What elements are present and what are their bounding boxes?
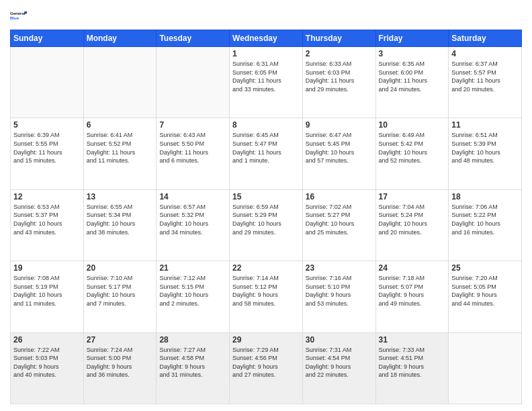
day-info: Sunrise: 7:06 AM Sunset: 5:22 PM Dayligh… [451,203,519,236]
day-info: Sunrise: 6:43 AM Sunset: 5:50 PM Dayligh… [159,131,226,165]
svg-text:General: General [10,11,26,15]
day-number: 26 [13,335,81,345]
calendar-cell: 20Sunrise: 7:10 AM Sunset: 5:17 PM Dayli… [83,261,157,332]
calendar-cell: 21Sunrise: 7:12 AM Sunset: 5:15 PM Dayli… [157,261,230,332]
calendar-cell: 28Sunrise: 7:27 AM Sunset: 4:58 PM Dayli… [157,332,230,404]
calendar-week-3: 12Sunrise: 6:53 AM Sunset: 5:37 PM Dayli… [11,189,522,261]
col-header-monday: Monday [83,30,157,47]
svg-text:Blue: Blue [10,16,19,20]
calendar-cell: 1Sunrise: 6:31 AM Sunset: 6:05 PM Daylig… [230,47,303,118]
day-info: Sunrise: 7:10 AM Sunset: 5:17 PM Dayligh… [87,274,154,308]
day-number: 27 [87,335,154,345]
calendar-cell [157,47,230,118]
calendar-table: SundayMondayTuesdayWednesdayThursdayFrid… [10,30,522,404]
day-info: Sunrise: 7:31 AM Sunset: 4:54 PM Dayligh… [306,346,373,379]
day-number: 11 [451,120,519,130]
day-number: 21 [159,263,226,273]
calendar-week-2: 5Sunrise: 6:39 AM Sunset: 5:55 PM Daylig… [11,118,522,189]
day-number: 1 [232,49,300,58]
day-number: 5 [13,120,81,130]
day-info: Sunrise: 6:41 AM Sunset: 5:52 PM Dayligh… [87,131,154,165]
day-number: 7 [159,120,226,130]
calendar-cell [449,332,522,404]
day-info: Sunrise: 7:04 AM Sunset: 5:24 PM Dayligh… [379,203,446,236]
day-number: 9 [306,120,373,130]
day-info: Sunrise: 7:22 AM Sunset: 5:03 PM Dayligh… [13,346,81,379]
day-info: Sunrise: 6:37 AM Sunset: 5:57 PM Dayligh… [451,60,519,93]
calendar-cell: 6Sunrise: 6:41 AM Sunset: 5:52 PM Daylig… [83,118,157,189]
calendar-cell [83,47,157,118]
day-number: 13 [87,192,154,201]
day-info: Sunrise: 7:08 AM Sunset: 5:19 PM Dayligh… [13,274,81,308]
day-info: Sunrise: 7:14 AM Sunset: 5:12 PM Dayligh… [232,274,300,308]
calendar-cell: 8Sunrise: 6:45 AM Sunset: 5:47 PM Daylig… [230,118,303,189]
col-header-tuesday: Tuesday [157,30,230,47]
calendar-cell: 23Sunrise: 7:16 AM Sunset: 5:10 PM Dayli… [302,261,375,332]
day-number: 15 [232,192,300,201]
day-info: Sunrise: 7:20 AM Sunset: 5:05 PM Dayligh… [451,274,519,308]
day-info: Sunrise: 7:12 AM Sunset: 5:15 PM Dayligh… [159,274,226,308]
day-info: Sunrise: 6:53 AM Sunset: 5:37 PM Dayligh… [13,203,81,236]
day-number: 31 [379,335,446,345]
calendar-cell: 27Sunrise: 7:24 AM Sunset: 5:00 PM Dayli… [83,332,157,404]
calendar-cell [11,47,84,118]
day-info: Sunrise: 7:16 AM Sunset: 5:10 PM Dayligh… [306,274,373,308]
day-info: Sunrise: 7:02 AM Sunset: 5:27 PM Dayligh… [306,203,373,236]
logo-icon: GeneralBlue [10,7,29,26]
day-info: Sunrise: 7:24 AM Sunset: 5:00 PM Dayligh… [87,346,154,379]
calendar-cell: 10Sunrise: 6:49 AM Sunset: 5:42 PM Dayli… [375,118,449,189]
day-info: Sunrise: 6:45 AM Sunset: 5:47 PM Dayligh… [232,131,300,165]
calendar-cell: 22Sunrise: 7:14 AM Sunset: 5:12 PM Dayli… [230,261,303,332]
col-header-saturday: Saturday [449,30,522,47]
calendar-cell: 25Sunrise: 7:20 AM Sunset: 5:05 PM Dayli… [449,261,522,332]
calendar-cell: 3Sunrise: 6:35 AM Sunset: 6:00 PM Daylig… [375,47,449,118]
calendar-cell: 29Sunrise: 7:29 AM Sunset: 4:56 PM Dayli… [230,332,303,404]
header: GeneralBlue [10,7,522,26]
day-info: Sunrise: 7:18 AM Sunset: 5:07 PM Dayligh… [379,274,446,308]
calendar-cell: 5Sunrise: 6:39 AM Sunset: 5:55 PM Daylig… [11,118,84,189]
calendar-cell: 12Sunrise: 6:53 AM Sunset: 5:37 PM Dayli… [11,189,84,261]
calendar-cell: 2Sunrise: 6:33 AM Sunset: 6:03 PM Daylig… [302,47,375,118]
day-info: Sunrise: 6:55 AM Sunset: 5:34 PM Dayligh… [87,203,154,236]
day-number: 2 [306,49,373,58]
day-number: 30 [306,335,373,345]
day-number: 24 [379,263,446,273]
day-info: Sunrise: 6:31 AM Sunset: 6:05 PM Dayligh… [232,60,300,93]
day-number: 12 [13,192,81,201]
calendar-cell: 31Sunrise: 7:33 AM Sunset: 4:51 PM Dayli… [375,332,449,404]
col-header-friday: Friday [375,30,449,47]
day-info: Sunrise: 6:51 AM Sunset: 5:39 PM Dayligh… [451,131,519,165]
calendar-week-4: 19Sunrise: 7:08 AM Sunset: 5:19 PM Dayli… [11,261,522,332]
calendar-cell: 30Sunrise: 7:31 AM Sunset: 4:54 PM Dayli… [302,332,375,404]
day-info: Sunrise: 7:27 AM Sunset: 4:58 PM Dayligh… [159,346,226,379]
day-number: 29 [232,335,300,345]
day-info: Sunrise: 7:33 AM Sunset: 4:51 PM Dayligh… [379,346,446,379]
day-number: 6 [87,120,154,130]
calendar-cell: 7Sunrise: 6:43 AM Sunset: 5:50 PM Daylig… [157,118,230,189]
day-number: 16 [306,192,373,201]
day-number: 23 [306,263,373,273]
day-number: 17 [379,192,446,201]
calendar-cell: 17Sunrise: 7:04 AM Sunset: 5:24 PM Dayli… [375,189,449,261]
day-number: 10 [379,120,446,130]
calendar-cell: 15Sunrise: 6:59 AM Sunset: 5:29 PM Dayli… [230,189,303,261]
day-info: Sunrise: 7:29 AM Sunset: 4:56 PM Dayligh… [232,346,300,379]
col-header-thursday: Thursday [302,30,375,47]
calendar-cell: 19Sunrise: 7:08 AM Sunset: 5:19 PM Dayli… [11,261,84,332]
day-number: 28 [159,335,226,345]
calendar-cell: 24Sunrise: 7:18 AM Sunset: 5:07 PM Dayli… [375,261,449,332]
calendar-cell: 16Sunrise: 7:02 AM Sunset: 5:27 PM Dayli… [302,189,375,261]
day-number: 25 [451,263,519,273]
day-number: 3 [379,49,446,58]
day-number: 14 [159,192,226,201]
day-info: Sunrise: 6:57 AM Sunset: 5:32 PM Dayligh… [159,203,226,236]
calendar-cell: 26Sunrise: 7:22 AM Sunset: 5:03 PM Dayli… [11,332,84,404]
calendar-cell: 13Sunrise: 6:55 AM Sunset: 5:34 PM Dayli… [83,189,157,261]
day-number: 18 [451,192,519,201]
day-number: 8 [232,120,300,130]
day-info: Sunrise: 6:47 AM Sunset: 5:45 PM Dayligh… [306,131,373,165]
day-number: 19 [13,263,81,273]
calendar-cell: 4Sunrise: 6:37 AM Sunset: 5:57 PM Daylig… [449,47,522,118]
col-header-wednesday: Wednesday [230,30,303,47]
calendar-cell: 9Sunrise: 6:47 AM Sunset: 5:45 PM Daylig… [302,118,375,189]
